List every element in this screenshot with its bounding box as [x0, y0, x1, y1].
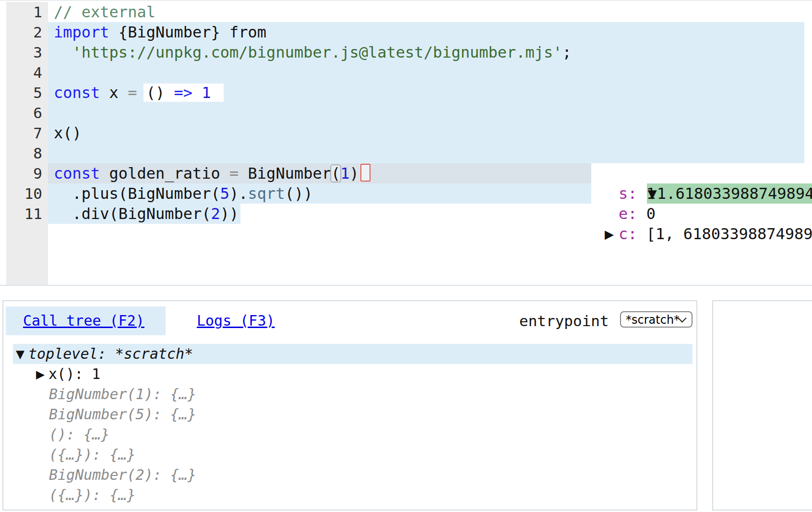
- calltree-panel: Call tree (F2) Logs (F3) entrypoint *scr…: [2, 300, 697, 511]
- token-plain: [54, 43, 72, 61]
- line-number: 3: [6, 42, 48, 62]
- line-number: 5: [6, 83, 48, 103]
- call-tree-row-4[interactable]: (): {…}: [3, 425, 696, 445]
- call-label: BigNumber(2): {…}: [49, 466, 196, 483]
- entrypoint-label: entrypoint: [519, 306, 609, 335]
- token-plain: {BigNumber} from: [109, 23, 267, 41]
- line-number: 8: [6, 143, 48, 163]
- line-number: 4: [6, 62, 48, 83]
- call-tree-row-7[interactable]: ({…}): {…}: [3, 485, 696, 505]
- token-num: 1: [202, 84, 211, 102]
- call-tree-row-2[interactable]: BigNumber(1): {…}: [3, 384, 696, 404]
- call-label: ({…}): {…}: [49, 446, 136, 463]
- token-comment: // external: [54, 3, 155, 21]
- code-line-6[interactable]: [48, 103, 804, 123]
- token-plain: x: [100, 84, 128, 102]
- token-string: 'https://unpkg.com/bignumber.js@latest/b…: [72, 43, 562, 61]
- code-line-11[interactable]: .div(BigNumber(2)): [48, 204, 240, 224]
- call-tree: ▼toplevel: *scratch*▶x(): 1BigNumber(1):…: [3, 344, 696, 505]
- token-plain: ;: [562, 43, 572, 61]
- object-inspector: ▼1.61803398874989484821 s: 1e: 0▶c: [1, …: [591, 163, 812, 245]
- tab-call-tree[interactable]: Call tree (F2): [6, 306, 166, 335]
- token-plain: )): [220, 205, 239, 223]
- prop-value: [1, 61803398874989: [637, 225, 812, 243]
- prop-value: 0: [637, 205, 656, 223]
- code-line-9[interactable]: const golden_ratio = BigNumber(1): [48, 163, 592, 183]
- token-plain: ): [350, 164, 359, 183]
- leporello-app: { "colors": { "evaluated_highlight": "#d…: [0, 0, 812, 512]
- entrypoint-selected-value: *scratch*: [626, 313, 680, 327]
- call-label: BigNumber(1): {…}: [49, 386, 196, 402]
- token-plain: ).: [229, 184, 248, 203]
- expand-triangle-icon[interactable]: ▶: [605, 224, 614, 244]
- call-tree-row-5[interactable]: ({…}): {…}: [3, 445, 696, 465]
- token-plain: .plus(BigNumber(: [54, 184, 220, 203]
- token-plain: (: [331, 164, 340, 183]
- prop-key: e:: [619, 205, 637, 223]
- call-label: x(): 1: [48, 366, 100, 382]
- line-number: 11: [6, 204, 48, 224]
- call-tree-row-6[interactable]: BigNumber(2): {…}: [3, 465, 696, 485]
- unexecuted-region: () => 1: [143, 84, 224, 102]
- token-num: 1: [340, 164, 349, 183]
- line-number: 9: [6, 163, 48, 183]
- call-tree-row-1[interactable]: ▶x(): 1: [3, 364, 696, 384]
- inspector-prop-row-c[interactable]: ▶c: [1, 61803398874989: [591, 224, 812, 244]
- inspector-prop-row-e: e: 0: [591, 204, 812, 224]
- detail-panel: [712, 300, 812, 511]
- line-number-gutter: 1234567891011: [6, 2, 48, 285]
- token-plain: golden_ratio: [100, 164, 229, 183]
- line-number: 1: [6, 2, 48, 22]
- token-kw: =>: [174, 84, 192, 102]
- code-line-10[interactable]: .plus(BigNumber(5).sqrt()): [48, 183, 592, 204]
- token-num: 2: [211, 205, 220, 223]
- code-line-7[interactable]: x(): [48, 123, 804, 143]
- inspector-props: s: 1e: 0▶c: [1, 61803398874989: [591, 183, 812, 244]
- call-label: (): {…}: [49, 426, 109, 443]
- call-tree-row-3[interactable]: BigNumber(5): {…}: [3, 404, 696, 425]
- token-plain: (): [146, 84, 174, 102]
- collapse-triangle-icon[interactable]: ▼: [16, 345, 24, 362]
- call-label: ({…}): {…}: [49, 487, 136, 503]
- token-kw: const: [54, 164, 100, 183]
- inspector-prop-row-s: s: 1: [591, 183, 812, 204]
- token-op: =: [128, 84, 137, 102]
- prop-value: 1: [637, 184, 656, 203]
- inspector-value-row[interactable]: ▼1.61803398874989484821: [591, 163, 812, 183]
- token-num: 5: [220, 184, 229, 203]
- cursor-box: [360, 164, 370, 182]
- call-label: toplevel: *scratch*: [28, 345, 193, 362]
- code-editor[interactable]: 1234567891011 // externalimport {BigNumb…: [0, 0, 812, 286]
- prop-key: c:: [619, 225, 637, 243]
- code-line-5[interactable]: const x = () => 1: [48, 83, 804, 103]
- token-op: =: [229, 164, 239, 183]
- code-line-4[interactable]: [48, 62, 804, 83]
- line-number: 7: [6, 123, 48, 143]
- code-line-1[interactable]: // external: [48, 2, 155, 22]
- line-number: 10: [6, 183, 48, 204]
- call-tree-row-0[interactable]: ▼toplevel: *scratch*: [13, 344, 693, 364]
- expand-triangle-icon[interactable]: ▶: [36, 366, 45, 382]
- token-kw: const: [54, 84, 100, 102]
- token-plain: x(): [54, 124, 82, 142]
- line-number: 6: [6, 103, 48, 123]
- token-plain: .div(BigNumber(: [54, 205, 211, 223]
- code-line-3[interactable]: 'https://unpkg.com/bignumber.js@latest/b…: [48, 42, 804, 62]
- tab-logs[interactable]: Logs (F3): [197, 306, 275, 335]
- token-prop: sqrt: [248, 184, 285, 203]
- token-kw: import: [54, 23, 109, 41]
- token-plain: [192, 84, 202, 102]
- call-label: BigNumber(5): {…}: [49, 406, 196, 423]
- entrypoint-select[interactable]: *scratch*: [620, 311, 693, 328]
- bracket-match-box: (: [330, 164, 341, 183]
- code-line-2[interactable]: import {BigNumber} from: [48, 22, 804, 42]
- token-plain: BigNumber: [239, 164, 331, 183]
- code-line-8[interactable]: [48, 143, 804, 163]
- prop-key: s:: [619, 184, 637, 203]
- line-number: 2: [6, 22, 48, 42]
- token-plain: ()): [285, 184, 313, 203]
